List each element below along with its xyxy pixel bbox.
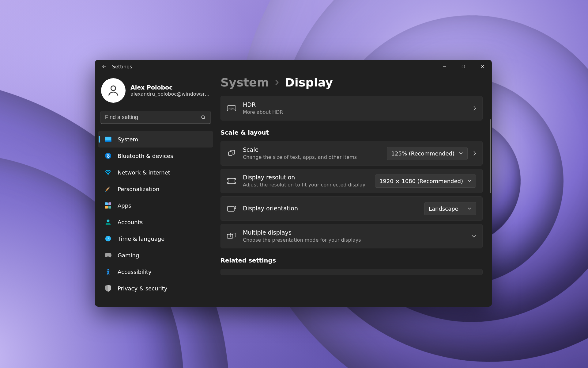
search-box[interactable]: [100, 111, 211, 124]
card-subtitle: Adjust the resolution to fit your connec…: [243, 182, 368, 188]
sidebar-item-label: Accounts: [118, 219, 143, 225]
avatar: [101, 78, 126, 103]
back-button[interactable]: [99, 61, 110, 72]
svg-rect-0: [462, 65, 465, 68]
combo-scale[interactable]: 125% (Recommended): [387, 147, 468, 160]
monitor-icon: [105, 136, 111, 143]
nav-list: System Bluetooth & devices Network & int…: [98, 130, 213, 307]
hdr-icon: HDR: [227, 105, 236, 111]
paintbrush-icon: [105, 186, 111, 192]
scrollbar-thumb[interactable]: [490, 119, 491, 193]
sidebar: Alex Poloboc alexandru_poloboc@windowsre…: [95, 73, 216, 307]
chevron-right-icon: [473, 105, 476, 111]
sidebar-item-time-language[interactable]: Time & language: [98, 230, 213, 247]
card-title: Multiple displays: [243, 229, 465, 236]
search-input[interactable]: [105, 114, 201, 121]
sidebar-item-label: Bluetooth & devices: [118, 153, 173, 159]
breadcrumb-current: Display: [285, 76, 333, 89]
breadcrumb-parent[interactable]: System: [221, 76, 269, 89]
card-subtitle: Choose the presentation mode for your di…: [243, 237, 465, 243]
chevron-right-icon: [274, 79, 279, 86]
chevron-down-icon: [459, 152, 463, 155]
svg-text:HDR: HDR: [228, 107, 235, 110]
combo-orientation[interactable]: Landscape: [424, 202, 476, 215]
setting-card-related-placeholder[interactable]: [221, 269, 483, 275]
breadcrumb: System Display: [221, 76, 483, 89]
close-button[interactable]: [473, 60, 492, 73]
sidebar-item-accessibility[interactable]: Accessibility: [98, 263, 213, 280]
sidebar-item-gaming[interactable]: Gaming: [98, 247, 213, 263]
chevron-down-icon: [467, 207, 472, 210]
card-title: Display resolution: [243, 174, 368, 181]
window-controls: [435, 60, 492, 73]
accessibility-icon: [105, 268, 111, 275]
sidebar-item-personalization[interactable]: Personalization: [98, 181, 213, 197]
sidebar-item-label: System: [118, 136, 138, 143]
card-title: Scale: [243, 146, 380, 154]
svg-rect-21: [230, 233, 236, 237]
svg-rect-9: [108, 202, 111, 205]
svg-rect-19: [228, 206, 234, 211]
chevron-down-icon[interactable]: [471, 234, 476, 238]
setting-card-orientation[interactable]: Display orientation Landscape: [221, 196, 483, 221]
chevron-right-icon[interactable]: [473, 151, 476, 156]
search-icon: [201, 115, 206, 120]
card-title: HDR: [243, 101, 466, 109]
apps-icon: [105, 202, 111, 209]
maximize-button[interactable]: [454, 60, 473, 73]
titlebar[interactable]: Settings: [95, 60, 492, 73]
settings-window: Settings Alex Poloboc: [95, 60, 492, 307]
clock-icon: [105, 235, 111, 242]
sidebar-item-label: Gaming: [118, 252, 139, 259]
gamepad-icon: [105, 252, 111, 259]
shield-icon: [105, 285, 111, 292]
sidebar-item-label: Privacy & security: [118, 285, 168, 292]
setting-card-scale[interactable]: Scale Change the size of text, apps, and…: [221, 141, 483, 166]
svg-rect-18: [228, 178, 235, 183]
sidebar-item-label: Network & internet: [118, 169, 170, 176]
setting-card-hdr[interactable]: HDR HDR More about HDR: [221, 96, 483, 121]
section-header-related: Related settings: [221, 257, 483, 264]
profile-block[interactable]: Alex Poloboc alexandru_poloboc@windowsre…: [98, 76, 213, 109]
setting-card-multiple-displays[interactable]: Multiple displays Choose the presentatio…: [221, 224, 483, 248]
chevron-down-icon: [467, 179, 472, 182]
sidebar-item-network[interactable]: Network & internet: [98, 164, 213, 181]
sidebar-item-label: Personalization: [118, 186, 159, 192]
bluetooth-icon: [105, 152, 111, 159]
sidebar-item-privacy[interactable]: Privacy & security: [98, 280, 213, 297]
sidebar-item-system[interactable]: System: [98, 131, 213, 148]
scale-icon: [227, 150, 236, 157]
sidebar-item-apps[interactable]: Apps: [98, 197, 213, 214]
combo-resolution[interactable]: 1920 × 1080 (Recommended): [375, 174, 476, 188]
content-pane: System Display HDR HDR More about HDR: [216, 73, 492, 307]
sidebar-item-label: Time & language: [118, 236, 164, 242]
combo-value: Landscape: [429, 205, 458, 212]
orientation-icon: [227, 205, 236, 212]
sidebar-item-bluetooth[interactable]: Bluetooth & devices: [98, 148, 213, 164]
sidebar-item-label: Apps: [118, 202, 131, 209]
sidebar-item-label: Accessibility: [118, 269, 152, 275]
card-subtitle: More about HDR: [243, 109, 466, 115]
wifi-icon: [105, 169, 111, 176]
svg-point-6: [108, 174, 109, 175]
svg-point-2: [202, 116, 205, 119]
sidebar-item-accounts[interactable]: Accounts: [98, 214, 213, 230]
svg-point-7: [105, 191, 107, 192]
svg-rect-10: [105, 206, 108, 209]
svg-point-12: [107, 220, 109, 222]
section-header-scale-layout: Scale & layout: [221, 129, 483, 136]
resolution-icon: [227, 178, 236, 184]
svg-rect-17: [228, 152, 232, 155]
card-title: Display orientation: [243, 205, 417, 212]
minimize-button[interactable]: [435, 60, 454, 73]
app-title: Settings: [112, 64, 132, 70]
svg-rect-11: [108, 206, 111, 209]
combo-value: 125% (Recommended): [391, 150, 454, 157]
card-subtitle: Change the size of text, apps, and other…: [243, 154, 380, 160]
accounts-icon: [105, 219, 111, 225]
multiple-displays-icon: [227, 233, 236, 240]
svg-point-1: [111, 86, 115, 90]
svg-point-14: [107, 269, 109, 270]
setting-card-resolution[interactable]: Display resolution Adjust the resolution…: [221, 169, 483, 193]
svg-rect-8: [105, 202, 108, 205]
